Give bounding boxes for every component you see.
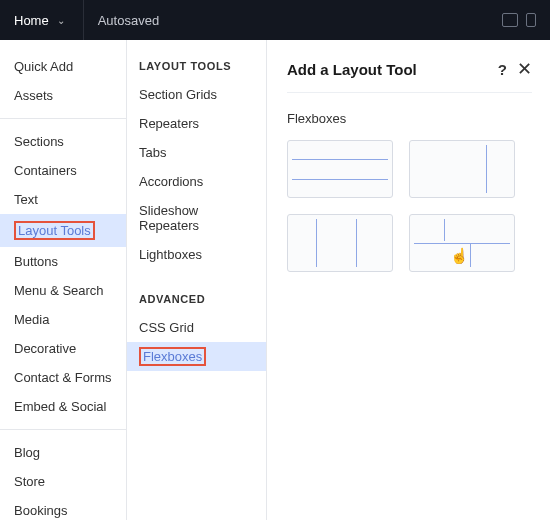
subitem-slideshow-repeaters[interactable]: Slideshow Repeaters: [127, 196, 266, 240]
sidebar-item-sections[interactable]: Sections: [0, 127, 126, 156]
subitem-accordions[interactable]: Accordions: [127, 167, 266, 196]
section-header: ADVANCED: [127, 293, 266, 313]
subitem-section-grids[interactable]: Section Grids: [127, 80, 266, 109]
add-layout-tool-panel: Add a Layout Tool ? ✕ Flexboxes ☝: [267, 40, 550, 520]
sidebar-item-contact-forms[interactable]: Contact & Forms: [0, 363, 126, 392]
layout-tools-list: LAYOUT TOOLSSection GridsRepeatersTabsAc…: [127, 40, 267, 520]
help-icon[interactable]: ?: [498, 61, 507, 78]
sidebar-item-text[interactable]: Text: [0, 185, 126, 214]
chevron-down-icon: ⌄: [57, 15, 65, 26]
flexbox-preset-right-col[interactable]: [409, 140, 515, 198]
home-dropdown[interactable]: Home ⌄: [14, 0, 84, 40]
sidebar-item-containers[interactable]: Containers: [0, 156, 126, 185]
sidebar-item-layout-tools[interactable]: Layout Tools: [0, 214, 126, 247]
sidebar-item-media[interactable]: Media: [0, 305, 126, 334]
subitem-tabs[interactable]: Tabs: [127, 138, 266, 167]
autosave-status: Autosaved: [84, 13, 159, 28]
sidebar-item-buttons[interactable]: Buttons: [0, 247, 126, 276]
flexbox-preset-cols[interactable]: [287, 214, 393, 272]
subitem-flexboxes[interactable]: Flexboxes: [127, 342, 266, 371]
flexbox-preset-grid[interactable]: ☝: [409, 214, 515, 272]
panel-title: Add a Layout Tool: [287, 61, 417, 78]
close-icon[interactable]: ✕: [517, 60, 532, 78]
mobile-view-icon[interactable]: [526, 13, 536, 27]
section-header: LAYOUT TOOLS: [127, 60, 266, 80]
flexbox-preset-rows[interactable]: [287, 140, 393, 198]
flexbox-presets: ☝: [287, 140, 532, 272]
sidebar-item-assets[interactable]: Assets: [0, 81, 126, 110]
sidebar-item-decorative[interactable]: Decorative: [0, 334, 126, 363]
subitem-lightboxes[interactable]: Lightboxes: [127, 240, 266, 269]
cursor-pointer-icon: ☝: [450, 247, 469, 265]
sidebar-item-blog[interactable]: Blog: [0, 438, 126, 467]
panel-subtitle: Flexboxes: [287, 93, 532, 140]
sidebar-item-store[interactable]: Store: [0, 467, 126, 496]
sidebar-item-embed-social[interactable]: Embed & Social: [0, 392, 126, 421]
home-label: Home: [14, 13, 49, 28]
sidebar-item-menu-search[interactable]: Menu & Search: [0, 276, 126, 305]
top-bar: Home ⌄ Autosaved: [0, 0, 550, 40]
sidebar-item-quick-add[interactable]: Quick Add: [0, 52, 126, 81]
add-panel-sidebar: Quick AddAssetsSectionsContainersTextLay…: [0, 40, 127, 520]
subitem-css-grid[interactable]: CSS Grid: [127, 313, 266, 342]
subitem-repeaters[interactable]: Repeaters: [127, 109, 266, 138]
desktop-view-icon[interactable]: [502, 13, 518, 27]
main-area: Quick AddAssetsSectionsContainersTextLay…: [0, 40, 550, 520]
sidebar-item-bookings[interactable]: Bookings: [0, 496, 126, 520]
